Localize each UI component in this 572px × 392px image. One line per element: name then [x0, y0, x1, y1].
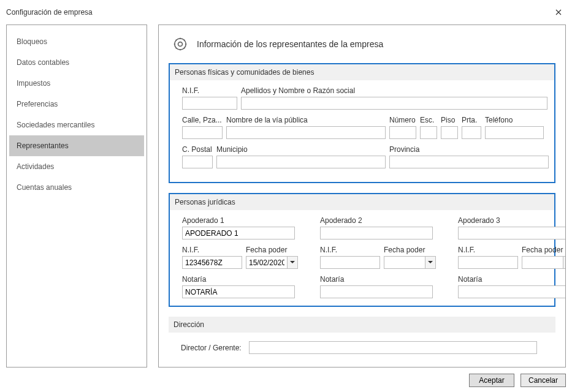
sidebar-item-cuentas-anuales[interactable]: Cuentas anuales: [9, 177, 144, 198]
svg-point-0: [178, 42, 183, 47]
apoderado-column-1: Apoderado 1 N.I.F. Fecha poder Notaría: [182, 216, 298, 298]
fecha-dropdown-1[interactable]: [288, 256, 298, 269]
sidebar: Bloqueos Datos contables Impuestos Prefe…: [6, 24, 147, 368]
sidebar-item-sociedades[interactable]: Sociedades mercantiles: [9, 115, 144, 135]
input-apoderado-1[interactable]: [182, 227, 295, 239]
input-prta[interactable]: [462, 126, 481, 139]
label-fecha-2: Fecha poder: [384, 246, 436, 254]
input-director[interactable]: [249, 341, 537, 354]
label-razon: Apellidos y Nombre o Razón social: [241, 86, 547, 95]
apoderado-column-2: Apoderado 2 N.I.F. Fecha poder Notaría: [320, 216, 436, 298]
input-apoderado-2[interactable]: [320, 227, 433, 239]
accept-button[interactable]: Aceptar: [469, 374, 514, 387]
input-apoderado-3[interactable]: [458, 227, 566, 239]
sidebar-item-representantes[interactable]: Representantes: [9, 135, 144, 156]
input-telefono[interactable]: [485, 126, 544, 139]
page-header: Información de los representantes de la …: [169, 36, 555, 52]
input-nif-1[interactable]: [182, 256, 242, 269]
group-title-juridicas: Personas jurídicas: [170, 194, 554, 210]
chevron-down-icon: [428, 261, 433, 264]
titlebar: Configuración de empresa: [0, 0, 572, 24]
label-callepza: Calle, Pza...: [182, 116, 223, 124]
group-personas-juridicas: Personas jurídicas Apoderado 1 N.I.F. Fe…: [169, 193, 555, 307]
input-callepza[interactable]: [182, 126, 223, 139]
input-piso[interactable]: [441, 126, 458, 139]
page-title: Información de los representantes de la …: [197, 39, 383, 49]
sidebar-item-preferencias[interactable]: Preferencias: [9, 94, 144, 115]
label-cpostal: C. Postal: [182, 145, 213, 154]
sidebar-item-bloqueos[interactable]: Bloqueos: [9, 31, 144, 52]
label-numero: Número: [389, 116, 416, 124]
chevron-down-icon: [290, 261, 295, 264]
group-title-fisicas: Personas físicas y comunidades de bienes: [170, 64, 554, 80]
fecha-dropdown-3[interactable]: [563, 256, 566, 269]
group-direccion: Dirección Director / Gerente:: [169, 317, 555, 354]
fecha-dropdown-2[interactable]: [425, 256, 436, 269]
input-esc[interactable]: [420, 126, 437, 139]
input-fecha-3[interactable]: [522, 256, 563, 269]
label-nif: N.I.F.: [182, 86, 237, 95]
input-cpostal[interactable]: [182, 156, 213, 168]
label-viapublica: Nombre de la vía pública: [226, 116, 386, 124]
input-notaria-3[interactable]: [458, 285, 566, 298]
label-notaria-3: Notaría: [458, 275, 566, 284]
input-fecha-2[interactable]: [384, 256, 425, 269]
svg-point-1: [175, 39, 186, 50]
input-notaria-1[interactable]: [182, 285, 295, 298]
window-title: Configuración de empresa: [6, 8, 93, 17]
label-telefono: Teléfono: [485, 116, 544, 124]
sidebar-item-actividades[interactable]: Actividades: [9, 156, 144, 177]
label-apoderado-2: Apoderado 2: [320, 216, 436, 225]
gear-icon: [172, 36, 188, 52]
label-esc: Esc.: [420, 116, 437, 124]
input-razon[interactable]: [241, 97, 547, 110]
label-notaria-2: Notaría: [320, 275, 436, 284]
group-personas-fisicas: Personas físicas y comunidades de bienes…: [169, 63, 555, 183]
label-nif-2: N.I.F.: [320, 246, 380, 254]
label-piso: Piso: [441, 116, 458, 124]
sidebar-item-datos-contables[interactable]: Datos contables: [9, 52, 144, 73]
label-municipio: Municipio: [216, 145, 386, 154]
apoderado-column-3: Apoderado 3 N.I.F. Fecha poder Notaría: [458, 216, 566, 298]
label-prta: Prta.: [462, 116, 481, 124]
label-apoderado-3: Apoderado 3: [458, 216, 566, 225]
label-nif-3: N.I.F.: [458, 246, 518, 254]
sidebar-item-impuestos[interactable]: Impuestos: [9, 73, 144, 94]
footer-buttons: Aceptar Cancelar: [469, 374, 566, 387]
input-provincia[interactable]: [389, 156, 549, 168]
input-numero[interactable]: [389, 126, 416, 139]
main-panel: Información de los representantes de la …: [158, 24, 566, 368]
input-notaria-2[interactable]: [320, 285, 433, 298]
close-icon: [555, 9, 562, 15]
input-nif[interactable]: [182, 97, 237, 110]
label-fecha-1: Fecha poder: [246, 246, 298, 254]
close-button[interactable]: [551, 5, 566, 20]
input-nif-2[interactable]: [320, 256, 380, 269]
input-nif-3[interactable]: [458, 256, 518, 269]
label-fecha-3: Fecha poder: [522, 246, 566, 254]
label-provincia: Provincia: [389, 145, 549, 154]
label-apoderado-1: Apoderado 1: [182, 216, 298, 225]
label-director: Director / Gerente:: [181, 344, 242, 352]
input-municipio[interactable]: [216, 156, 386, 168]
group-title-direccion: Dirección: [169, 317, 555, 333]
cancel-button[interactable]: Cancelar: [521, 374, 566, 387]
label-nif-1: N.I.F.: [182, 246, 242, 254]
label-notaria-1: Notaría: [182, 275, 298, 284]
input-viapublica[interactable]: [226, 126, 386, 139]
input-fecha-1[interactable]: [246, 256, 288, 269]
